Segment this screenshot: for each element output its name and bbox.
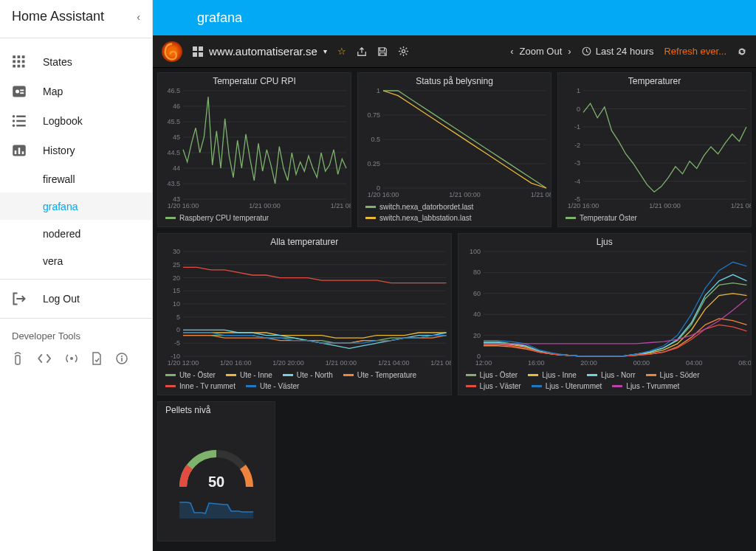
legend-item[interactable]: Inne - Tv rummet xyxy=(165,382,236,390)
legend-item[interactable]: switch.nexa_datorbordet.last xyxy=(365,203,543,211)
time-range-label: Last 24 hours xyxy=(596,46,654,57)
panel-pellets[interactable]: Pellets nivå 50 xyxy=(157,401,275,541)
dev-info-icon[interactable] xyxy=(115,352,128,365)
svg-rect-30 xyxy=(193,52,197,57)
nav-logbook[interactable]: Logbook xyxy=(0,106,152,136)
svg-text:20: 20 xyxy=(173,274,180,282)
panel-temperatures[interactable]: Temperaturer -5-4-3-2-1011/20 16:001/21 … xyxy=(557,72,752,227)
svg-text:00:00: 00:00 xyxy=(633,359,649,367)
legend-item[interactable]: Ute - Inne xyxy=(226,371,272,379)
nav-logout[interactable]: Log Out xyxy=(0,284,152,313)
svg-rect-28 xyxy=(193,46,197,51)
legend-item[interactable]: Ute - Väster xyxy=(246,382,299,390)
legend-item[interactable]: Raspberry CPU temperatur xyxy=(165,214,269,222)
nav-label: vera xyxy=(43,255,63,267)
settings-icon[interactable] xyxy=(398,46,409,57)
svg-text:0.25: 0.25 xyxy=(367,160,380,167)
svg-rect-6 xyxy=(13,65,16,68)
dev-template-icon[interactable] xyxy=(37,352,52,365)
zoom-label: Zoom Out xyxy=(520,46,563,57)
save-icon[interactable] xyxy=(377,46,388,57)
svg-text:43.5: 43.5 xyxy=(167,180,180,187)
panel-cpu-temp[interactable]: Temperatur CPU RPI 4343.54444.54545.5464… xyxy=(157,72,351,227)
legend-item[interactable]: Ljus - Tvrummet xyxy=(612,382,679,390)
panel-light[interactable]: Ljus 02040608010012:0016:0020:0000:0004:… xyxy=(458,233,752,395)
legend: Raspberry CPU temperatur xyxy=(158,211,351,226)
gauge: 50 xyxy=(158,417,275,541)
svg-text:30: 30 xyxy=(173,249,180,255)
nav-vera[interactable]: ∙vera xyxy=(0,247,152,274)
legend-item[interactable]: Ute - Temperature xyxy=(343,371,416,379)
panel-all-temperatures[interactable]: Alla temperaturer -10-50510152025301/20 … xyxy=(157,233,452,395)
svg-point-17 xyxy=(13,125,16,128)
svg-text:-4: -4 xyxy=(574,178,580,185)
svg-rect-4 xyxy=(18,60,21,63)
star-icon[interactable]: ☆ xyxy=(337,46,346,57)
legend-item[interactable]: Ute - Öster xyxy=(165,371,216,379)
gauge-value: 50 xyxy=(172,474,261,491)
svg-text:46.5: 46.5 xyxy=(167,88,180,94)
svg-rect-1 xyxy=(18,55,21,58)
legend-item[interactable]: Temperatur Öster xyxy=(566,214,637,222)
chevron-left-icon[interactable]: ‹ xyxy=(510,46,513,57)
legend: Ljus - ÖsterLjus - InneLjus - NorrLjus -… xyxy=(458,368,752,395)
nav-map[interactable]: Map xyxy=(0,77,152,106)
dev-file-icon[interactable] xyxy=(92,352,102,365)
legend-item[interactable]: switch.nexa_labbstation.last xyxy=(365,214,543,222)
nav-nodered[interactable]: ∙nodered xyxy=(0,220,152,247)
legend-item[interactable]: Ljus - Väster xyxy=(466,382,521,390)
nav-states[interactable]: States xyxy=(0,47,152,77)
svg-text:1/21 08:00: 1/21 08:00 xyxy=(531,191,551,198)
time-range-picker[interactable]: Last 24 hours xyxy=(582,46,654,57)
svg-line-40 xyxy=(405,48,407,49)
svg-rect-27 xyxy=(121,358,123,361)
divider xyxy=(0,38,152,38)
app-title: Home Assistant xyxy=(12,9,104,24)
grid-icon xyxy=(193,46,203,57)
main: grafana www.automatiserar.se ▾ ☆ xyxy=(153,0,756,551)
legend-item[interactable]: Ljus - Inne xyxy=(528,371,577,379)
legend: Temperatur Öster xyxy=(558,211,751,226)
chart-icon xyxy=(12,143,27,158)
svg-point-26 xyxy=(121,356,123,357)
svg-point-32 xyxy=(402,49,405,52)
refresh-interval[interactable]: Refresh ever... xyxy=(664,46,726,57)
refresh-icon[interactable] xyxy=(737,46,747,57)
dev-tools-row xyxy=(0,346,152,374)
grafana-logo-icon[interactable] xyxy=(162,41,182,62)
svg-rect-5 xyxy=(22,60,25,63)
nav-label: States xyxy=(43,56,72,68)
zoom-control[interactable]: ‹ Zoom Out › xyxy=(510,46,571,57)
collapse-sidebar-icon[interactable]: ‹ xyxy=(137,11,140,23)
panel-title: Temperaturer xyxy=(558,73,751,88)
share-icon[interactable] xyxy=(357,46,367,57)
dev-radio-icon[interactable] xyxy=(65,352,78,365)
apps-icon xyxy=(12,55,27,69)
svg-point-10 xyxy=(16,90,19,94)
dashboard-name: www.automatiserar.se xyxy=(209,45,317,58)
dev-tools-title: Developer Tools xyxy=(0,323,152,346)
svg-line-38 xyxy=(405,54,407,55)
svg-text:0: 0 xyxy=(577,105,580,113)
svg-text:60: 60 xyxy=(472,290,480,297)
nav-firewall[interactable]: ∙firewall xyxy=(0,165,152,193)
chart: 4343.54444.54545.54646.51/20 16:001/21 0… xyxy=(158,88,351,211)
panel-title: Status på belysning xyxy=(358,73,551,88)
legend-item[interactable]: Ljus - Norr xyxy=(587,371,636,379)
legend-item[interactable]: Ute - North xyxy=(283,371,333,379)
nav-grafana[interactable]: ∙grafana xyxy=(0,193,152,220)
svg-line-37 xyxy=(400,48,402,49)
panel-light-status[interactable]: Status på belysning 00.250.50.7511/20 16… xyxy=(357,72,551,227)
chevron-right-icon[interactable]: › xyxy=(568,46,571,57)
nav-label: Log Out xyxy=(43,293,80,305)
nav-history[interactable]: History xyxy=(0,136,152,165)
legend-item[interactable]: Ljus - Uterummet xyxy=(532,382,602,390)
svg-rect-21 xyxy=(18,148,21,154)
svg-point-13 xyxy=(13,115,16,118)
dashboard-picker[interactable]: www.automatiserar.se ▾ xyxy=(193,45,327,58)
legend-item[interactable]: Ljus - Söder xyxy=(646,371,700,379)
svg-text:20:00: 20:00 xyxy=(580,359,597,367)
legend-item[interactable]: Ljus - Öster xyxy=(466,371,518,379)
svg-rect-22 xyxy=(22,151,24,154)
dev-remote-icon[interactable] xyxy=(12,352,24,365)
